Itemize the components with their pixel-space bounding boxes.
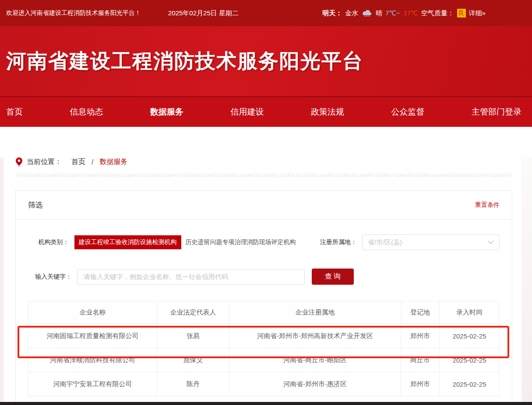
welcome-text: 欢迎进入河南省建设工程消防技术服务阳光平台！ [6, 9, 141, 17]
filter-title: 筛选 [28, 200, 43, 210]
keyword-input[interactable] [77, 269, 305, 285]
weather-condition: 晴 [376, 9, 382, 17]
weather-widget: 明天： 金水 晴 7℃~ 17℃ 空气质量： 良 详细» [322, 9, 486, 18]
table-cell: 郑州市 [401, 324, 440, 348]
nav-item-2[interactable]: 数据服务 [150, 106, 183, 118]
table-col-header: 企业法定代表人 [157, 301, 229, 324]
table-cell: 河南省-商丘市-睢阳区 [229, 348, 401, 372]
weather-temp-high: 17℃ [403, 9, 418, 17]
table-cell: 商丘市 [401, 348, 440, 372]
table-cell: 河南省泽顺消防科技有限公司 [28, 348, 157, 372]
category-chip-selected[interactable]: 建设工程竣工验收消防设施检测机构 [74, 235, 181, 249]
divider-slashes [15, 174, 512, 177]
breadcrumb-separator: / [92, 158, 93, 166]
page-left-edge [0, 157, 4, 405]
breadcrumb-label: 当前位置： [27, 157, 62, 167]
table-cell: 2025-02-25 [440, 324, 500, 348]
table-col-header: 企业名称 [28, 301, 157, 324]
footer-edge-bar [0, 402, 532, 405]
weather-temp-low: 7℃~ [385, 9, 400, 17]
nav-item-4[interactable]: 政策法规 [311, 106, 344, 118]
table-row[interactable]: 河南宇宁安装工程有限公司陈丹河南省-郑州市-惠济区郑州市2025-02-25 [28, 372, 500, 396]
weather-district: 金水 [345, 9, 358, 17]
breadcrumb-home[interactable]: 首页 [71, 157, 85, 167]
chevron-down-icon [488, 241, 494, 244]
table-header-row: 企业名称企业法定代表人企业注册属地登记地录入时间 [28, 301, 500, 324]
top-info-bar: 欢迎进入河南省建设工程消防技术服务阳光平台！ 2025年02月25日 星期二 明… [0, 0, 532, 26]
content-area: 当前位置： 首页 / 数据服务 筛选 重置条件 机构类别： 建设工程竣工验收消防… [0, 157, 532, 405]
table-cell: 2025-02-25 [440, 348, 500, 372]
table-cell: 陈丹 [157, 372, 229, 396]
keyword-label: 输入关键字： [28, 273, 72, 281]
nav-item-1[interactable]: 信息动态 [70, 106, 103, 118]
filter-card: 筛选 重置条件 机构类别： 建设工程竣工验收消防设施检测机构 历史遗留问题专项治… [15, 190, 512, 405]
category-chip-option[interactable]: 历史遗留问题专项治理消防现场评定机构 [186, 238, 296, 246]
table-cell: 河南省-郑州市-郑州高新技术产业开发区 [229, 324, 401, 348]
nav-item-5[interactable]: 公众监督 [391, 106, 425, 118]
date-text: 2025年02月25日 星期二 [168, 9, 239, 17]
weather-tomorrow-label: 明天： [322, 9, 342, 17]
cloud-icon [361, 9, 373, 18]
filter-form: 机构类别： 建设工程竣工验收消防设施检测机构 历史遗留问题专项治理消防现场评定机… [16, 220, 512, 285]
nav-item-0[interactable]: 首页 [6, 106, 23, 118]
table-cell: 河南固瑞工程质量检测有限公司 [28, 324, 157, 348]
table-cell: 张易 [157, 324, 229, 348]
search-button[interactable]: 查 询 [312, 269, 354, 285]
site-banner: 河南省建设工程消防技术服务阳光平台 [0, 26, 532, 96]
table-cell: 郑州市 [401, 372, 440, 396]
main-nav: 首页信息动态数据服务信用建设政策法规公众监督主管部门登录 [0, 96, 532, 127]
breadcrumb-current[interactable]: 数据服务 [99, 157, 127, 167]
location-pin-icon [16, 157, 22, 167]
table-cell: 屈保义 [157, 348, 229, 372]
reset-filters-link[interactable]: 重置条件 [475, 201, 500, 209]
page-right-edge [521, 157, 532, 405]
region-select[interactable]: 省/市/区(县) [362, 234, 500, 250]
filter-row-category: 机构类别： 建设工程竣工验收消防设施检测机构 历史遗留问题专项治理消防现场评定机… [28, 234, 500, 250]
region-select-placeholder: 省/市/区(县) [368, 238, 488, 247]
table-cell: 2025-02-25 [440, 372, 500, 396]
filter-card-header: 筛选 重置条件 [16, 191, 512, 220]
region-label: 注册所属地： [316, 238, 357, 246]
table-cell: 河南宇宁安装工程有限公司 [28, 372, 157, 396]
table-cell: 河南省-郑州市-惠济区 [229, 372, 401, 396]
nav-item-6[interactable]: 主管部门登录 [472, 106, 521, 118]
filter-row-keyword: 输入关键字： 查 询 [28, 269, 500, 285]
table-col-header: 录入时间 [440, 301, 500, 324]
page: 欢迎进入河南省建设工程消防技术服务阳光平台！ 2025年02月25日 星期二 明… [0, 0, 532, 405]
table-col-header: 企业注册属地 [229, 301, 401, 324]
table-col-header: 登记地 [401, 301, 440, 324]
weather-detail-link[interactable]: 详细» [469, 9, 486, 17]
breadcrumb: 当前位置： 首页 / 数据服务 [16, 157, 532, 167]
table-row[interactable]: 河南固瑞工程质量检测有限公司张易河南省-郑州市-郑州高新技术产业开发区郑州市20… [28, 324, 500, 348]
air-quality-badge: 良 [457, 9, 466, 17]
category-label: 机构类别： [28, 238, 69, 246]
site-title: 河南省建设工程消防技术服务阳光平台 [0, 48, 363, 75]
table-row[interactable]: 河南省泽顺消防科技有限公司屈保义河南省-商丘市-睢阳区商丘市2025-02-25 [28, 348, 500, 372]
nav-item-3[interactable]: 信用建设 [231, 106, 264, 118]
air-quality-label: 空气质量： [421, 9, 454, 17]
results-table: 企业名称企业法定代表人企业注册属地登记地录入时间 河南固瑞工程质量检测有限公司张… [28, 301, 500, 396]
